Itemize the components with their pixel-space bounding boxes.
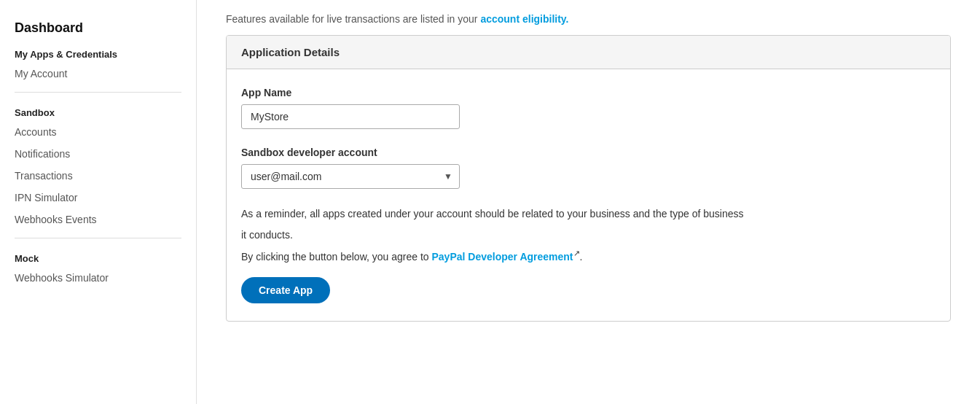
- sidebar-dashboard[interactable]: Dashboard: [0, 15, 196, 42]
- sidebar-item-webhooks-simulator[interactable]: Webhooks Simulator: [0, 267, 196, 289]
- agreement-text: By clicking the button below, you agree …: [241, 249, 936, 263]
- app-details-body: App Name Sandbox developer account user@…: [227, 69, 950, 321]
- sidebar-sandbox-label: Sandbox: [0, 100, 196, 121]
- app-name-group: App Name: [241, 87, 936, 129]
- app-details-box: Application Details App Name Sandbox dev…: [226, 35, 951, 322]
- app-name-label: App Name: [241, 87, 936, 98]
- sandbox-account-label: Sandbox developer account: [241, 147, 936, 158]
- agreement-suffix: .: [580, 251, 583, 263]
- sandbox-account-group: Sandbox developer account user@mail.com …: [241, 147, 936, 189]
- sidebar-item-accounts[interactable]: Accounts: [0, 121, 196, 143]
- reminder-text-line1: As a reminder, all apps created under yo…: [241, 206, 936, 222]
- create-app-button[interactable]: Create App: [241, 277, 330, 303]
- main-content: Features available for live transactions…: [197, 0, 980, 404]
- top-notice-text: Features available for live transactions…: [226, 13, 480, 25]
- sidebar-my-apps-label[interactable]: My Apps & Credentials: [0, 42, 196, 63]
- sandbox-account-select[interactable]: user@mail.com: [241, 164, 460, 189]
- sidebar-item-ipn-simulator[interactable]: IPN Simulator: [0, 187, 196, 209]
- external-link-icon: ↗: [573, 249, 580, 257]
- app-name-input[interactable]: [241, 104, 460, 129]
- paypal-agreement-link[interactable]: PayPal Developer Agreement: [432, 251, 573, 263]
- sidebar-item-webhooks-events[interactable]: Webhooks Events: [0, 209, 196, 230]
- sidebar-item-my-account[interactable]: My Account: [0, 63, 196, 85]
- app-details-header: Application Details: [227, 36, 950, 69]
- sidebar: Dashboard My Apps & Credentials My Accou…: [0, 0, 197, 404]
- sidebar-item-transactions[interactable]: Transactions: [0, 165, 196, 187]
- sandbox-account-select-wrapper: user@mail.com ▼: [241, 164, 460, 189]
- agreement-prefix: By clicking the button below, you agree …: [241, 251, 432, 263]
- sidebar-divider-1: [15, 92, 181, 93]
- reminder-text-line2: it conducts.: [241, 228, 936, 243]
- top-notice: Features available for live transactions…: [226, 7, 951, 25]
- sidebar-divider-2: [15, 238, 181, 238]
- sidebar-mock-label: Mock: [0, 246, 196, 267]
- account-eligibility-link[interactable]: account eligibility.: [480, 13, 568, 25]
- sidebar-item-notifications[interactable]: Notifications: [0, 143, 196, 165]
